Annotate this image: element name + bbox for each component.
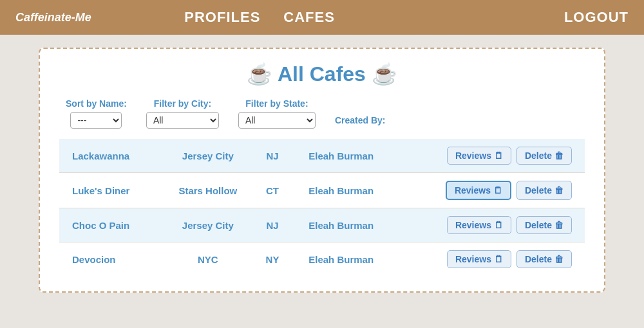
brand-logo: Caffeinate-Me [15,11,91,24]
cafe-name: Lackawanna [59,139,161,173]
cafe-actions: Reviews 🗒Delete 🗑 [392,173,585,208]
navigation: Caffeinate-Me PROFILES CAFES LOGOUT [0,0,644,35]
cafe-state: NY [255,242,290,277]
cafe-name: Devocion [59,242,161,277]
sort-select[interactable]: --- A-Z Z-A [70,112,122,129]
city-label: Filter by City: [154,98,211,109]
cafe-created-by: Eleah Burman [290,173,393,208]
filters-row: Sort by Name: --- A-Z Z-A Filter by City… [59,98,585,129]
cafe-state: NJ [255,208,290,242]
delete-icon: 🗑 [554,220,564,230]
cafe-name: Luke's Diner [59,173,161,208]
nav-links: PROFILES CAFES LOGOUT [184,9,629,26]
state-select[interactable]: All NJ CT NY [238,112,316,129]
cafe-city: Stars Hollow [161,173,255,208]
main-wrapper: ☕ All Cafes ☕ Sort by Name: --- A-Z Z-A … [0,35,644,305]
created-by-group: Created By: [335,114,386,129]
cafe-name: Choc O Pain [59,208,161,242]
cafe-actions: Reviews 🗒Delete 🗑 [392,208,585,242]
title-suffix-icon: ☕ [372,62,397,86]
reviews-icon: 🗒 [494,150,503,161]
cafe-created-by: Eleah Burman [290,139,393,173]
nav-profiles[interactable]: PROFILES [184,9,260,26]
table-row: Luke's DinerStars HollowCTEleah BurmanRe… [59,173,585,208]
nav-logout[interactable]: LOGOUT [564,9,629,26]
content-card: ☕ All Cafes ☕ Sort by Name: --- A-Z Z-A … [39,48,605,293]
table-row: DevocionNYCNYEleah BurmanReviews 🗒Delete… [59,242,585,277]
cafe-actions: Reviews 🗒Delete 🗑 [392,139,585,172]
cafe-state: NJ [255,139,290,173]
delete-icon: 🗑 [554,254,564,264]
created-by-label: Created By: [335,114,386,126]
reviews-button[interactable]: Reviews 🗒 [447,216,511,234]
title-prefix-icon: ☕ [247,62,272,86]
delete-button[interactable]: Delete 🗑 [516,147,572,165]
reviews-icon: 🗒 [494,254,503,264]
cafe-state: CT [255,173,290,208]
delete-icon: 🗑 [554,185,564,196]
city-filter-group: Filter by City: All Jersey City Stars Ho… [146,98,219,129]
cafe-city: Jersey City [161,139,255,173]
state-filter-group: Filter by State: All NJ CT NY [238,98,316,129]
delete-button[interactable]: Delete 🗑 [516,181,572,200]
cafe-city: Jersey City [161,208,255,242]
sort-filter-group: Sort by Name: --- A-Z Z-A [66,98,127,129]
delete-button[interactable]: Delete 🗑 [516,250,572,268]
title-text: All Cafes [278,62,366,86]
city-select[interactable]: All Jersey City Stars Hollow NYC [146,112,219,129]
cafe-created-by: Eleah Burman [290,242,393,277]
state-label: Filter by State: [245,98,308,109]
table-row: LackawannaJersey CityNJEleah BurmanRevie… [59,139,585,173]
cafe-actions: Reviews 🗒Delete 🗑 [392,242,585,276]
page-title: ☕ All Cafes ☕ [59,62,585,86]
delete-icon: 🗑 [554,150,564,161]
reviews-button[interactable]: Reviews 🗒 [447,147,511,165]
cafe-created-by: Eleah Burman [290,208,393,242]
nav-cafes[interactable]: CAFES [283,9,335,26]
reviews-button[interactable]: Reviews 🗒 [447,250,511,268]
reviews-icon: 🗒 [494,220,503,230]
reviews-icon: 🗒 [493,185,502,196]
table-row: Choc O PainJersey CityNJEleah BurmanRevi… [59,208,585,242]
reviews-button[interactable]: Reviews 🗒 [446,181,511,200]
delete-button[interactable]: Delete 🗑 [516,216,572,234]
sort-label: Sort by Name: [66,98,127,109]
cafe-city: NYC [161,242,255,277]
cafes-table: LackawannaJersey CityNJEleah BurmanRevie… [59,139,585,276]
